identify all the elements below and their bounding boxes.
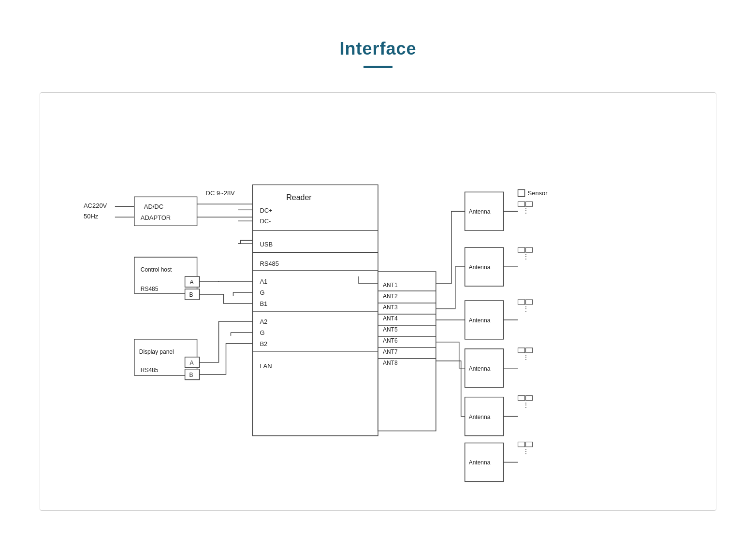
b1-label: B1 [260, 300, 267, 307]
antenna-label-2: Antenna [469, 264, 491, 271]
ac220v-label: AC220V [84, 202, 107, 209]
antenna-label-6: Antenna [469, 459, 491, 466]
g1-label: G [260, 289, 264, 296]
50hz-label: 50Hz [84, 213, 99, 220]
b-label2: B [189, 372, 193, 378]
dc-range-label: DC 9~28V [206, 189, 235, 197]
adaptor-label2: ADAPTOR [141, 214, 171, 221]
antenna-label-3: Antenna [469, 317, 491, 324]
sensor-dots-2: ⋮ [523, 253, 529, 260]
g2-label: G [260, 329, 264, 336]
sensor-box-4a [518, 348, 525, 353]
page-header: Interface [339, 39, 416, 68]
title-underline [363, 66, 393, 68]
diagram-container: AC220V 50Hz AD/DC ADAPTOR DC 9~28V Reade… [40, 92, 716, 511]
a1-label: A1 [260, 278, 267, 285]
ant6-wire [436, 342, 465, 368]
b-label1: B [189, 291, 193, 298]
ant3-wire [436, 267, 465, 309]
dc-plus-label: DC+ [260, 207, 272, 214]
sensor-dots-1: ⋮ [523, 207, 529, 214]
ant12-wire [436, 211, 465, 284]
sensor-label: Sensor [528, 189, 548, 197]
b1-wire [200, 294, 253, 303]
sensor-box-2a [518, 247, 525, 252]
b2-wire [200, 344, 253, 375]
display-panel-label: Display panel [139, 348, 174, 355]
ant4-label: ANT4 [383, 315, 398, 322]
rs485-label: RS485 [260, 260, 279, 267]
sensor-dots-4: ⋮ [523, 354, 529, 361]
sensor-dots-6: ⋮ [523, 448, 529, 455]
a-label2: A [190, 360, 194, 366]
ant1-label: ANT1 [383, 282, 398, 289]
a1-wire [200, 281, 253, 282]
sensor-dots-3: ⋮ [523, 305, 529, 312]
a-label1: A [190, 279, 194, 286]
sensor-box-3a [518, 300, 525, 304]
sensor-box-1a [518, 202, 525, 206]
sensor-box-5a [518, 396, 525, 401]
sensor-icon [518, 189, 525, 196]
a2-label: A2 [260, 318, 267, 325]
sensor-dots-5: ⋮ [523, 402, 529, 408]
ant78-wire [436, 361, 465, 417]
ant7-label: ANT7 [383, 348, 398, 355]
page-title: Interface [339, 39, 416, 59]
adaptor-label1: AD/DC [144, 203, 163, 210]
lan-label: LAN [260, 362, 272, 370]
antenna-label-4: Antenna [469, 365, 491, 372]
sensor-box-1b [526, 202, 533, 206]
sensor-box-6a [518, 442, 525, 447]
usb-conn-wire [238, 240, 252, 244]
reader-label: Reader [286, 193, 312, 202]
rs485-left2-label: RS485 [141, 367, 159, 374]
reader-box [252, 185, 378, 435]
usb-label: USB [260, 241, 273, 248]
antenna-label-5: Antenna [469, 414, 491, 420]
dc-minus-label: DC- [260, 217, 271, 225]
ant6-label: ANT6 [383, 337, 398, 344]
sensor-box-5b [526, 396, 533, 401]
antenna-label-1: Antenna [469, 208, 491, 215]
sensor-box-4b [526, 348, 533, 353]
sensor-box-3b [526, 300, 533, 304]
sensor-box-2b [526, 247, 533, 252]
interface-diagram: AC220V 50Hz AD/DC ADAPTOR DC 9~28V Reade… [69, 112, 687, 489]
ant2-label: ANT2 [383, 293, 398, 300]
sensor-box-6b [526, 442, 533, 447]
ant8-label: ANT8 [383, 360, 398, 366]
ant3-label: ANT3 [383, 304, 398, 311]
b2-label: B2 [260, 340, 267, 347]
rs485-left1-label: RS485 [141, 286, 159, 292]
ant5-label: ANT5 [383, 326, 398, 333]
control-host-label: Control host [141, 266, 172, 273]
